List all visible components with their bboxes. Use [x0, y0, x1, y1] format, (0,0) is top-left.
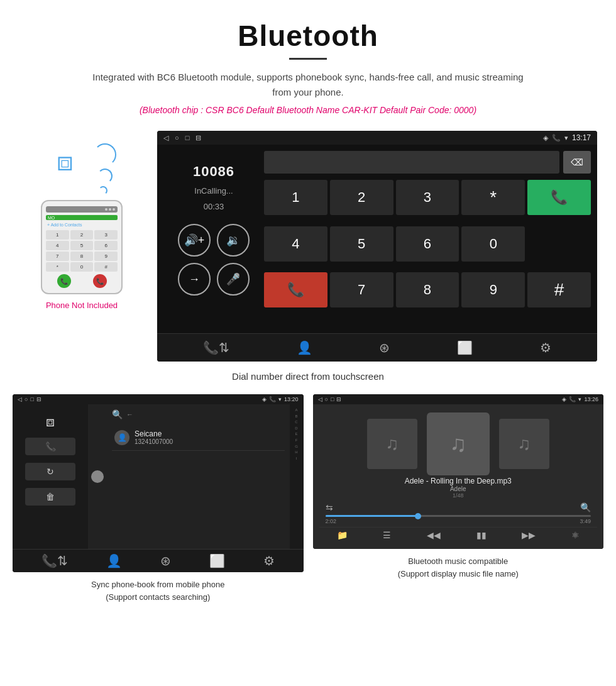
- dialpad: ⌫ 1 2 3 * 📞 4 5 6 0 📞 7 8: [264, 151, 591, 327]
- pb-nav-transfer-icon[interactable]: ⬜: [209, 553, 225, 568]
- nav-settings-icon[interactable]: ⚙: [540, 340, 551, 355]
- music-caption-line1: Bluetooth music compatible: [408, 556, 508, 566]
- phone-key-7: 7: [46, 252, 69, 261]
- dialpad-key-hash[interactable]: #: [527, 272, 591, 307]
- phone-key-6: 6: [94, 241, 118, 250]
- shuffle-icon[interactable]: ⇆: [326, 502, 333, 512]
- nav-transfer-icon[interactable]: ⬜: [457, 340, 473, 355]
- music-status-right: ◈ 📞 ▾ 13:26: [562, 396, 598, 402]
- phone-signal-icon: 📞: [552, 134, 561, 142]
- contact-info: Seicane 13241007000: [135, 429, 173, 445]
- back-icon: ◁: [163, 134, 168, 142]
- pb-delete-button[interactable]: 🗑: [25, 488, 75, 506]
- transfer-button[interactable]: →: [178, 263, 211, 296]
- phonebook-nav-icons: ◁ ○ □ ⊟: [18, 396, 41, 402]
- car-screen: ◁ ○ □ ⊟ ◈ 📞 ▾ 13:17 10086 InCalling... 0…: [157, 131, 597, 362]
- call-number: 10086: [193, 163, 234, 180]
- music-folder-icon[interactable]: 📁: [337, 530, 348, 540]
- phonebook-alphabet-index: A B C D E F G H I: [290, 404, 304, 549]
- phone-key-9: 9: [94, 252, 118, 261]
- dialpad-key-2[interactable]: 2: [330, 180, 393, 215]
- bluetooth-icon-area: ⧈: [44, 140, 119, 191]
- bluetooth-symbol-icon: ⧈: [57, 147, 74, 177]
- dialpad-input-field: [264, 151, 559, 174]
- phonebook-search-bar: 🔍 ←: [112, 409, 285, 419]
- volume-up-button[interactable]: 🔊+: [178, 224, 211, 257]
- dialpad-key-7[interactable]: 7: [330, 272, 393, 307]
- dialpad-end-button[interactable]: 📞: [264, 272, 327, 307]
- call-btn-row-1: 🔊+ 🔉: [178, 224, 250, 257]
- phonebook-main: 🔍 ← 👤 Seicane 13241007000 A: [88, 404, 304, 549]
- dialpad-key-5[interactable]: 5: [330, 226, 393, 262]
- phone-add-contact: + Add to Contacts: [46, 223, 118, 227]
- pb-location-icon: ◈: [262, 396, 267, 402]
- pb-nav-dialpad-icon[interactable]: ⊛: [160, 553, 171, 568]
- music-prev-icon[interactable]: ◀◀: [427, 530, 441, 540]
- pb-nav-contact-icon[interactable]: 👤: [106, 553, 122, 568]
- nav-contact-icon[interactable]: 👤: [297, 340, 312, 355]
- dialpad-call-button[interactable]: 📞: [527, 180, 591, 215]
- mute-button[interactable]: 🎤: [217, 263, 250, 296]
- music-list-icon[interactable]: ☰: [383, 530, 391, 540]
- car-screen-wrapper: ◁ ○ □ ⊟ ◈ 📞 ▾ 13:17 10086 InCalling... 0…: [151, 128, 603, 365]
- dialpad-key-6[interactable]: 6: [396, 226, 459, 262]
- pb-nav-settings-icon[interactable]: ⚙: [263, 553, 275, 568]
- time-current: 2:02: [326, 518, 337, 524]
- top-section: ⧈ MO + Add to Contacts 1 2 3 4 5 6: [0, 121, 616, 365]
- phonebook-caption-line1: Sync phone-book from mobile phone: [91, 580, 224, 589]
- phonebook-sidebar: ⧈ 📞 ↻ 🗑: [13, 404, 88, 549]
- dialpad-key-1[interactable]: 1: [264, 180, 327, 215]
- phone-call-bar: MO: [46, 215, 118, 220]
- phonebook-slider-thumb[interactable]: [91, 470, 104, 483]
- phone-key-4: 4: [46, 241, 69, 250]
- pb-recents-icon: □: [30, 396, 33, 402]
- search-music-icon[interactable]: 🔍: [580, 502, 591, 512]
- pb-call-button[interactable]: 📞: [25, 438, 75, 455]
- music-equalizer-icon[interactable]: ⚛: [571, 530, 580, 540]
- pb-back-arrow-icon: ←: [126, 411, 133, 418]
- title-divider: [289, 58, 327, 60]
- header-specs: (Bluetooth chip : CSR BC6 Default Blueto…: [25, 105, 591, 115]
- dialpad-key-8[interactable]: 8: [396, 272, 459, 307]
- phonebook-contact-row[interactable]: 👤 Seicane 13241007000: [112, 424, 285, 451]
- music-play-pause-icon[interactable]: ▮▮: [476, 530, 487, 540]
- nav-call-icon[interactable]: 📞⇅: [203, 340, 229, 355]
- progress-thumb[interactable]: [415, 513, 421, 519]
- music-clock: 13:26: [584, 396, 598, 402]
- contact-number: 13241007000: [135, 438, 173, 445]
- song-artist: Adele: [405, 485, 512, 492]
- dialpad-key-9[interactable]: 9: [461, 272, 525, 307]
- music-notif-icon: ⊟: [336, 396, 341, 402]
- music-recents-icon: □: [331, 396, 334, 402]
- dialpad-key-0[interactable]: 0: [461, 226, 525, 262]
- pb-nav-call-icon[interactable]: 📞⇅: [41, 553, 68, 568]
- album-cover-left: ♫: [367, 419, 417, 469]
- home-icon: ○: [175, 134, 179, 141]
- dialpad-key-3[interactable]: 3: [396, 180, 459, 215]
- dialpad-key-4[interactable]: 4: [264, 226, 327, 262]
- call-btn-row-2: → 🎤: [178, 263, 250, 296]
- car-bottom-nav: 📞⇅ 👤 ⊛ ⬜ ⚙: [157, 333, 597, 362]
- page-title: Bluetooth: [25, 19, 591, 53]
- phone-key-2: 2: [70, 230, 94, 240]
- phone-call-button: 📞: [57, 274, 71, 288]
- phone-key-hash: #: [94, 262, 118, 272]
- phonebook-caption-line2: (Support contacts searching): [106, 592, 210, 602]
- music-location-icon: ◈: [562, 396, 566, 402]
- phone-status-dot: [109, 208, 111, 211]
- backspace-button[interactable]: ⌫: [563, 151, 591, 174]
- music-next-icon[interactable]: ▶▶: [522, 530, 536, 540]
- nav-dialpad-icon[interactable]: ⊛: [379, 340, 390, 355]
- location-icon: ◈: [543, 134, 548, 142]
- pb-sync-button[interactable]: ↻: [25, 463, 75, 480]
- album-cover-main: ♫: [427, 412, 490, 475]
- dialpad-key-star[interactable]: *: [461, 180, 525, 215]
- phonebook-screen: ◁ ○ □ ⊟ ◈ 📞 ▾ 13:20 ⧈ 📞 ↻ 🗑: [13, 394, 304, 572]
- phonebook-screen-block: ◁ ○ □ ⊟ ◈ 📞 ▾ 13:20 ⧈ 📞 ↻ 🗑: [13, 394, 304, 603]
- pb-back-icon: ◁: [18, 396, 22, 402]
- volume-down-button[interactable]: 🔉: [217, 224, 250, 257]
- album-art-area: ♫ ♫ ♫: [367, 411, 549, 477]
- pb-clock: 13:20: [284, 396, 299, 402]
- phone-key-1: 1: [46, 230, 69, 240]
- music-note-icon-main: ♫: [449, 431, 466, 457]
